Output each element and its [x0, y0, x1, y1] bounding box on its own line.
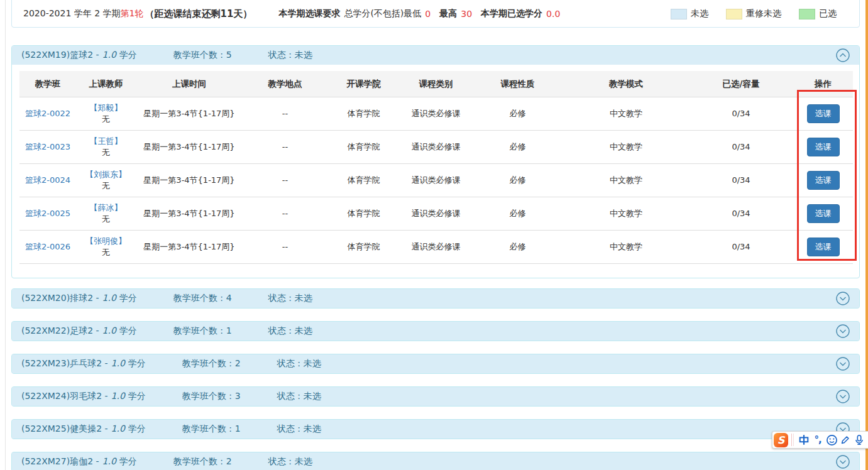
term-info: 2020-2021 学年 2 学期 第1轮 （距选课结束还剩11天） — [23, 8, 252, 20]
teacher-link[interactable]: 【薛冰】 — [90, 203, 123, 212]
class-row: 篮球2-0022 【郑毅】无 星期一第3-4节{1-17周} -- 体育学院 通… — [19, 97, 853, 131]
class-count: 教学班个数：2 — [182, 358, 241, 369]
select-course-button[interactable]: 选课 — [807, 171, 840, 190]
course-status: 状态：未选 — [277, 391, 321, 402]
course-code-name: (522XM27)瑜伽2 - — [21, 456, 99, 466]
class-location: -- — [243, 97, 327, 131]
course-selection-page: 2020-2021 学年 2 学期 第1轮 （距选课结束还剩11天） 本学期选课… — [0, 0, 868, 470]
class-time: 星期一第3-4节{1-17周} — [136, 164, 243, 197]
college: 体育学院 — [327, 164, 400, 197]
select-course-button[interactable]: 选课 — [807, 138, 840, 156]
sogou-logo[interactable]: S — [774, 433, 788, 447]
pencil-icon[interactable] — [838, 432, 852, 447]
course-title: (522XM27)瑜伽2 -1.0学分 — [21, 456, 137, 467]
teaching-mode: 中文教学 — [563, 197, 689, 231]
round-label: 第1轮 — [121, 8, 144, 19]
max-credit-label: 最高 — [439, 8, 457, 19]
class-table-container: 教学班 上课教师 上课时间 教学地点 开课学院 课程类别 课程性质 教学模式 已… — [12, 65, 859, 278]
course-panel-522xm25: (522XM25)健美操2 -1.0学分 教学班个数：1 状态：未选 — [11, 419, 860, 439]
teacher-note: 无 — [77, 147, 135, 158]
course-credit-unit: 学分 — [119, 325, 137, 336]
legend-label: 重修未选 — [746, 8, 781, 19]
course-panel-522xm23: (522XM23)乒乓球2 -1.0学分 教学班个数：2 状态：未选 — [11, 354, 860, 374]
course-header-522xm24[interactable]: (522XM24)羽毛球2 -1.0学分 教学班个数：3 状态：未选 — [12, 387, 859, 406]
course-header-522xm20[interactable]: (522XM20)排球2 -1.0学分 教学班个数：4 状态：未选 — [12, 289, 859, 308]
punctuation-icon[interactable]: °, — [811, 432, 825, 447]
course-credit-unit: 学分 — [128, 358, 146, 368]
select-course-button[interactable]: 选课 — [807, 238, 840, 256]
col-class: 教学班 — [19, 71, 76, 97]
course-title: (522XM22)足球2 -1.0学分 — [21, 325, 137, 337]
teacher-link[interactable]: 【王哲】 — [90, 136, 123, 146]
col-college: 开课学院 — [327, 71, 400, 97]
course-credit: 1.0 — [102, 50, 116, 60]
course-header-522xm23[interactable]: (522XM23)乒乓球2 -1.0学分 教学班个数：2 状态：未选 — [12, 354, 859, 373]
teacher-link[interactable]: 【张明俊】 — [85, 236, 126, 246]
course-panel-522xm22: (522XM22)足球2 -1.0学分 教学班个数：1 状态：未选 — [11, 321, 860, 341]
select-course-button[interactable]: 选课 — [807, 104, 840, 123]
course-header-522xm27[interactable]: (522XM27)瑜伽2 -1.0学分 教学班个数：2 状态：未选 — [12, 452, 859, 470]
enrolled-capacity: 0/34 — [689, 131, 793, 164]
course-status: 状态：未选 — [268, 50, 312, 61]
teaching-mode: 中文教学 — [563, 97, 689, 131]
expand-icon[interactable] — [836, 357, 850, 371]
class-name-link[interactable]: 篮球2-0026 — [25, 242, 70, 251]
class-name-link[interactable]: 篮球2-0024 — [25, 175, 70, 185]
course-status: 状态：未选 — [268, 456, 312, 467]
unselected-swatch — [671, 9, 687, 19]
expand-icon[interactable] — [836, 324, 850, 338]
enrolled-capacity: 0/34 — [689, 197, 793, 231]
class-name-link[interactable]: 篮球2-0023 — [25, 142, 70, 151]
teaching-mode: 中文教学 — [563, 164, 689, 197]
class-location: -- — [243, 231, 327, 264]
course-category: 通识类必修课 — [400, 231, 472, 264]
class-table: 教学班 上课教师 上课时间 教学地点 开课学院 课程类别 课程性质 教学模式 已… — [19, 71, 853, 264]
select-course-button[interactable]: 选课 — [807, 204, 840, 223]
college: 体育学院 — [327, 131, 400, 164]
collapse-icon[interactable] — [836, 48, 850, 62]
expand-icon[interactable] — [836, 292, 850, 305]
teaching-mode: 中文教学 — [563, 231, 689, 264]
class-location: -- — [243, 197, 327, 231]
teacher-link[interactable]: 【刘振东】 — [85, 170, 126, 179]
college: 体育学院 — [327, 97, 400, 131]
course-code-name: (522XM22)足球2 - — [21, 325, 99, 336]
class-name-link[interactable]: 篮球2-0025 — [25, 209, 70, 218]
class-count: 教学班个数：4 — [173, 293, 232, 304]
countdown-label: （距选课结束还剩11天） — [145, 8, 253, 20]
class-time: 星期一第3-4节{1-17周} — [136, 131, 243, 164]
teacher-note: 无 — [77, 180, 135, 192]
enrolled-capacity: 0/34 — [689, 231, 793, 264]
course-nature: 必修 — [472, 97, 563, 131]
class-time: 星期一第3-4节{1-17周} — [136, 231, 243, 264]
class-count: 教学班个数：2 — [173, 456, 232, 467]
course-title: (522XM25)健美操2 -1.0学分 — [21, 424, 146, 435]
enrolled-capacity: 0/34 — [689, 164, 793, 197]
chinese-mode-icon[interactable] — [797, 432, 811, 447]
course-panel-522xm24: (522XM24)羽毛球2 -1.0学分 教学班个数：3 状态：未选 — [11, 386, 860, 407]
expand-icon[interactable] — [836, 455, 850, 469]
course-header-522xm19[interactable]: (522XM19)篮球2 -1.0学分 教学班个数：5 状态：未选 — [12, 46, 859, 65]
col-time: 上课时间 — [136, 71, 243, 97]
course-nature: 必修 — [472, 197, 563, 231]
page-frame-line — [5, 0, 6, 470]
col-nature: 课程性质 — [472, 71, 563, 97]
col-mode: 教学模式 — [563, 71, 689, 97]
ime-divider — [791, 434, 792, 446]
microphone-icon[interactable] — [852, 432, 866, 447]
course-code-name: (522XM20)排球2 - — [21, 293, 99, 303]
course-header-522xm25[interactable]: (522XM25)健美操2 -1.0学分 教学班个数：1 状态：未选 — [12, 420, 859, 439]
col-teacher: 上课教师 — [76, 71, 136, 97]
teacher-link[interactable]: 【郑毅】 — [90, 103, 123, 112]
course-header-522xm22[interactable]: (522XM22)足球2 -1.0学分 教学班个数：1 状态：未选 — [12, 322, 859, 341]
sogou-ime-toolbar: S °, — [772, 431, 868, 449]
course-status: 状态：未选 — [277, 358, 321, 369]
expand-icon[interactable] — [836, 390, 850, 403]
class-name-link[interactable]: 篮球2-0022 — [25, 109, 70, 118]
course-credit-unit: 学分 — [128, 391, 146, 401]
course-title: (522XM20)排球2 -1.0学分 — [21, 293, 137, 304]
course-title: (522XM19)篮球2 -1.0学分 — [21, 50, 137, 61]
class-time: 星期一第3-4节{1-17周} — [136, 97, 243, 131]
emoji-icon[interactable] — [825, 432, 838, 447]
col-action: 操作 — [793, 71, 853, 97]
